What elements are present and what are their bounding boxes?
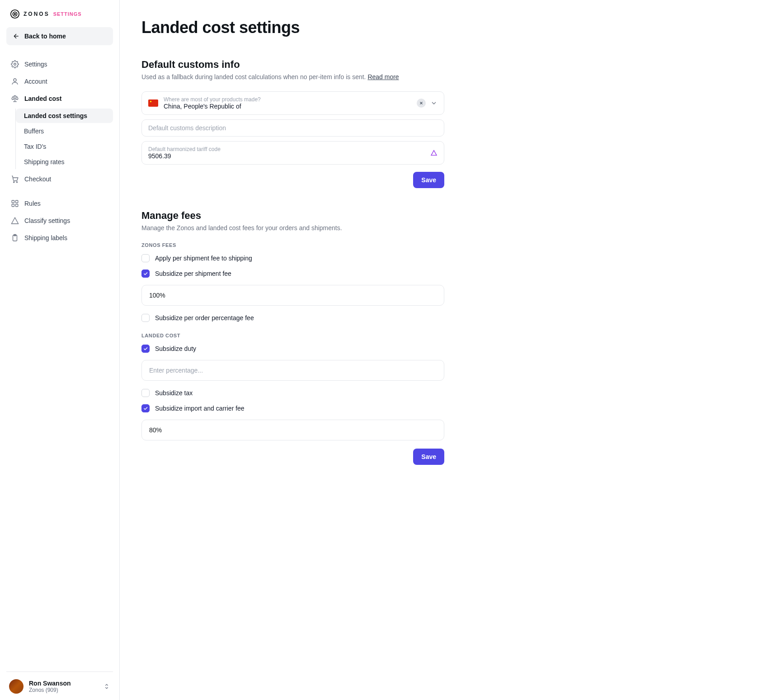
- fees-section-title: Manage fees: [141, 210, 759, 222]
- origin-label: Where are most of your products made?: [164, 96, 411, 103]
- arrow-left-icon: [13, 33, 20, 40]
- checkbox-label: Subsidize import and carrier fee: [155, 405, 245, 412]
- user-icon: [11, 77, 19, 85]
- nav-label: Classify settings: [24, 217, 70, 224]
- hts-code-input[interactable]: Default harmonized tariff code 9506.39: [141, 141, 444, 165]
- checkbox-subsidize-order-percent[interactable]: Subsidize per order percentage fee: [141, 314, 444, 322]
- check-icon: [143, 271, 148, 276]
- zonos-fees-caps: ZONOS FEES: [141, 242, 759, 248]
- hts-label: Default harmonized tariff code: [148, 146, 425, 152]
- brand-logo: ZONOS SETTINGS: [6, 9, 113, 27]
- nav-item-landed-cost[interactable]: Landed cost: [6, 90, 113, 107]
- checkbox-label: Apply per shipment fee to shipping: [155, 255, 252, 262]
- scale-icon: [11, 95, 19, 103]
- subsidize-shipment-percent-input[interactable]: 100%: [141, 285, 444, 306]
- classify-triangle-icon: [430, 149, 438, 156]
- read-more-link[interactable]: Read more: [367, 73, 399, 80]
- svg-rect-10: [16, 204, 18, 207]
- nav-label: Landed cost: [24, 95, 61, 102]
- checkbox-subsidize-import-carrier[interactable]: Subsidize import and carrier fee: [141, 404, 444, 412]
- customs-section-desc: Used as a fallback during landed cost ca…: [141, 73, 759, 80]
- nav-sub-item-buffers[interactable]: Buffers: [16, 124, 113, 138]
- nav-item-classify-settings[interactable]: Classify settings: [6, 213, 113, 229]
- check-icon: [143, 406, 148, 411]
- nav-label: Rules: [24, 200, 41, 207]
- brand-name: ZONOS: [24, 11, 50, 17]
- svg-rect-7: [12, 200, 14, 203]
- nav-item-account[interactable]: Account: [6, 73, 113, 90]
- customs-section-title: Default customs info: [141, 59, 759, 71]
- nav-sub-item-landed-cost-settings[interactable]: Landed cost settings: [16, 109, 113, 123]
- nav-label: Tax ID's: [24, 143, 46, 150]
- clear-origin-button[interactable]: [417, 99, 426, 108]
- landed-cost-caps: LANDED COST: [141, 333, 759, 338]
- nav-item-rules[interactable]: Rules: [6, 195, 113, 212]
- main-content: Landed cost settings Default customs inf…: [120, 0, 781, 700]
- page-title: Landed cost settings: [141, 18, 759, 37]
- svg-rect-8: [16, 200, 18, 203]
- customs-description-input[interactable]: Default customs description: [141, 119, 444, 137]
- brand-badge: SETTINGS: [53, 11, 82, 17]
- x-icon: [419, 101, 423, 105]
- customs-desc-placeholder: Default customs description: [148, 124, 438, 132]
- back-label: Back to home: [24, 33, 66, 40]
- nav-item-shipping-labels[interactable]: Shipping labels: [6, 230, 113, 246]
- nav-label: Shipping labels: [24, 234, 67, 241]
- chevron-down-icon[interactable]: [430, 99, 438, 107]
- save-customs-button[interactable]: Save: [413, 172, 444, 188]
- customs-desc-text: Used as a fallback during landed cost ca…: [141, 73, 367, 80]
- primary-nav: Settings Account Landed cost Landed cost…: [6, 56, 113, 246]
- save-fees-button[interactable]: Save: [413, 449, 444, 465]
- checkbox-checked-icon: [141, 404, 150, 412]
- chevron-up-down-icon: [103, 683, 110, 690]
- nav-item-settings[interactable]: Settings: [6, 56, 113, 72]
- nav-sub-item-shipping-rates[interactable]: Shipping rates: [16, 155, 113, 169]
- account-switcher[interactable]: Ron Swanson Zonos (909): [6, 672, 113, 694]
- checkbox-apply-shipment-fee[interactable]: Apply per shipment fee to shipping: [141, 254, 444, 262]
- triangle-icon: [11, 217, 19, 225]
- nav-label: Account: [24, 78, 47, 85]
- back-to-home-button[interactable]: Back to home: [6, 27, 113, 45]
- checkbox-icon: [141, 314, 150, 322]
- svg-point-3: [14, 63, 16, 66]
- checkbox-subsidize-shipment-fee[interactable]: Subsidize per shipment fee: [141, 270, 444, 278]
- checkbox-label: Subsidize per order percentage fee: [155, 314, 254, 322]
- svg-point-5: [14, 182, 14, 183]
- cart-icon: [11, 175, 19, 183]
- svg-rect-9: [12, 204, 14, 207]
- svg-point-4: [14, 79, 16, 81]
- account-name: Ron Swanson: [29, 680, 98, 687]
- account-org: Zonos (909): [29, 687, 98, 693]
- nav-label: Buffers: [24, 128, 44, 135]
- nav-label: Shipping rates: [24, 158, 65, 166]
- nav-label: Checkout: [24, 175, 51, 183]
- check-icon: [143, 346, 148, 351]
- fees-section-desc: Manage the Zonos and landed cost fees fo…: [141, 224, 759, 232]
- checkbox-label: Subsidize tax: [155, 389, 193, 397]
- checkbox-checked-icon: [141, 270, 150, 278]
- origin-country-select[interactable]: Where are most of your products made? Ch…: [141, 91, 444, 115]
- checkbox-icon: [141, 254, 150, 262]
- zonos-logo-icon: [10, 9, 20, 19]
- subsidize-import-percent-input[interactable]: 80%: [141, 420, 444, 440]
- sidebar: ZONOS SETTINGS Back to home Settings Acc…: [0, 0, 120, 700]
- checkbox-icon: [141, 389, 150, 397]
- subsidize-duty-percent-input[interactable]: Enter percentage...: [141, 360, 444, 381]
- origin-value: China, People's Republic of: [164, 103, 411, 110]
- svg-point-2: [14, 14, 16, 15]
- nav-item-checkout[interactable]: Checkout: [6, 171, 113, 187]
- checkbox-subsidize-duty[interactable]: Subsidize duty: [141, 345, 444, 353]
- nav-sub-landed-cost: Landed cost settings Buffers Tax ID's Sh…: [15, 109, 113, 169]
- account-text: Ron Swanson Zonos (909): [29, 680, 98, 693]
- nav-sub-item-tax-ids[interactable]: Tax ID's: [16, 139, 113, 154]
- avatar: [9, 679, 24, 694]
- gear-icon: [11, 60, 19, 68]
- checkbox-checked-icon: [141, 345, 150, 353]
- clipboard-icon: [11, 234, 19, 242]
- svg-point-6: [16, 182, 17, 183]
- grid-icon: [11, 199, 19, 208]
- flag-china-icon: [148, 99, 158, 107]
- nav-label: Landed cost settings: [24, 112, 87, 119]
- checkbox-subsidize-tax[interactable]: Subsidize tax: [141, 389, 444, 397]
- nav-label: Settings: [24, 61, 47, 68]
